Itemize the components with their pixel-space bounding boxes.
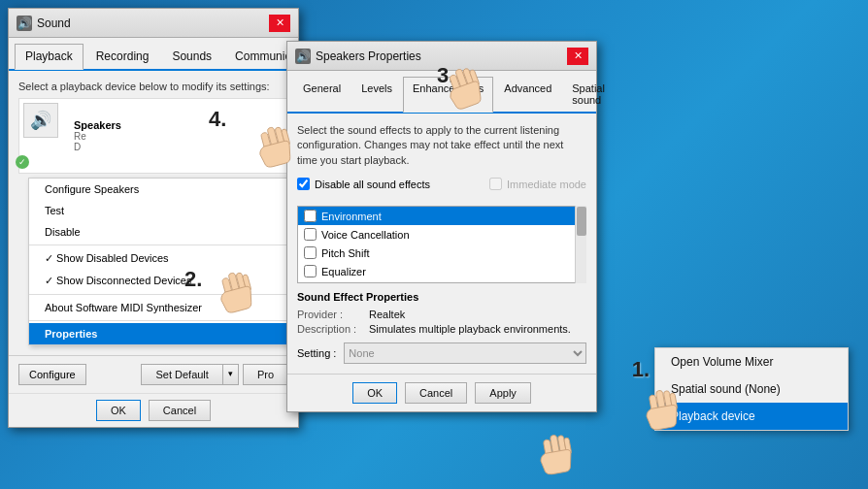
set-default-button[interactable]: Set Default [141,364,221,385]
scrollbar-thumb [577,207,586,236]
sound-dialog-footer: Configure Set Default ▾ Pro [9,355,298,393]
effects-list[interactable]: Environment Voice Cancellation Pitch Shi… [297,206,586,283]
dc-properties[interactable]: Properties [29,323,287,344]
speakers-properties-dialog: 🔊 Speakers Properties ✕ General Levels E… [286,41,597,412]
sound-dialog-content: Select a playback device below to modify… [9,71,298,355]
device-sub2: D [74,142,121,152]
setting-row: Setting : None [297,342,586,364]
sound-dialog-titlebar: 🔊 Sound ✕ [9,9,298,38]
speakers-title-text: 🔊 Speakers Properties [295,49,421,64]
default-check: ✓ [16,155,29,169]
speakers-title: Speakers Properties [316,49,421,63]
dc-disable[interactable]: Disable [29,221,287,243]
sound-ok-button[interactable]: OK [96,400,141,421]
prop-description-label: Description : [297,323,365,335]
effects-scrollbar[interactable] [575,206,586,283]
context-spatial-sound[interactable]: Spatial sound (None) [655,375,848,403]
properties-short-button[interactable]: Pro [243,364,288,385]
disable-all-label: Disable all sound effects [315,179,430,190]
speakers-footer: OK Cancel Apply [287,374,596,411]
set-default-group: Set Default ▾ [141,364,238,385]
sound-title-text: Sound [37,16,71,30]
speakers-apply-button[interactable]: Apply [475,382,531,404]
dc-test[interactable]: Test [29,200,287,221]
effects-list-container: Environment Voice Cancellation Pitch Shi… [297,206,586,283]
effect-pitch-shift[interactable]: Pitch Shift [298,244,585,262]
immediate-mode-row: Immediate mode [489,178,586,190]
sp-tab-levels[interactable]: Levels [351,77,402,112]
effect-environment[interactable]: Environment [298,207,585,225]
speakers-dialog-close[interactable]: ✕ [567,48,588,65]
dc-sep2 [29,294,287,295]
taskbar-context-menu: Open Volume Mixer Spatial sound (None) P… [654,347,849,431]
effect-voice-cancellation[interactable]: Voice Cancellation [298,225,585,244]
disable-all-checkbox[interactable] [297,178,310,190]
sp-tab-spatial[interactable]: Spatial sound [562,77,615,112]
device-name: Speakers [74,119,121,131]
sound-dialog-title: 🔊 Sound [17,16,71,31]
disable-all-row: Disable all sound effects [297,178,430,190]
tab-sounds[interactable]: Sounds [161,44,222,69]
playback-label: Select a playback device below to modify… [18,81,288,92]
enhancements-desc: Select the sound effects to apply to the… [297,123,586,168]
dc-sep1 [29,244,287,245]
context-open-volume-mixer[interactable]: Open Volume Mixer [655,348,848,375]
effect-props-title: Sound Effect Properties [297,291,586,303]
dc-configure[interactable]: Configure Speakers [29,179,287,200]
dc-about-midi[interactable]: About Software MIDI Synthesizer [29,297,287,318]
setting-select[interactable]: None [344,342,586,364]
speakers-prop-icon: 🔊 [295,49,311,64]
speaker-icon: 🔊 [23,103,58,138]
dc-show-disconnected[interactable]: Show Disconnected Devices [29,270,287,292]
effect-equalizer[interactable]: Equalizer [298,262,585,280]
step1-label: 1. [632,357,650,382]
speakers-device[interactable]: 🔊 ✓ Speakers Re D [18,98,288,174]
sound-dialog-ok-row: OK Cancel [9,393,298,427]
dc-sep3 [29,320,287,321]
sound-dialog-close[interactable]: ✕ [269,15,290,32]
sound-dialog-tabs: Playback Recording Sounds Communications [9,38,298,71]
provider-value: Realtek [369,309,405,320]
device-info: Speakers Re D [74,119,121,152]
footer-right: Set Default ▾ Pro [141,364,288,385]
speakers-content: Select the sound effects to apply to the… [287,114,596,374]
sound-icon: 🔊 [17,16,32,31]
sp-tab-general[interactable]: General [293,77,351,112]
tab-recording[interactable]: Recording [85,44,160,69]
sp-tab-advanced[interactable]: Advanced [494,77,561,112]
context-playback-device[interactable]: Playback device [655,403,848,430]
configure-button[interactable]: Configure [18,364,86,385]
sound-dialog: 🔊 Sound ✕ Playback Recording Sounds Comm… [8,8,299,428]
speakers-ok-button[interactable]: OK [352,382,397,404]
setting-label: Setting : [297,347,336,359]
prop-description-value: Simulates multiple playback environments… [369,323,571,335]
dc-show-disabled[interactable]: Show Disabled Devices [29,247,287,270]
immediate-mode-checkbox [489,178,502,190]
provider-label: Provider : [297,309,365,320]
provider-row: Provider : Realtek [297,309,586,320]
speakers-cancel-button[interactable]: Cancel [405,382,467,404]
device-context-menu: Configure Speakers Test Disable Show Dis… [28,178,288,345]
sound-cancel-button[interactable]: Cancel [149,400,211,421]
step4-label: 4. [209,107,226,132]
tab-playback[interactable]: Playback [15,44,83,70]
device-sub: Re [74,131,121,142]
step2-label: 2. [184,267,202,292]
description-row: Description : Simulates multiple playbac… [297,323,586,335]
step3-label: 3. [437,63,454,88]
set-default-arrow[interactable]: ▾ [222,364,239,385]
immediate-mode-label: Immediate mode [507,179,586,190]
